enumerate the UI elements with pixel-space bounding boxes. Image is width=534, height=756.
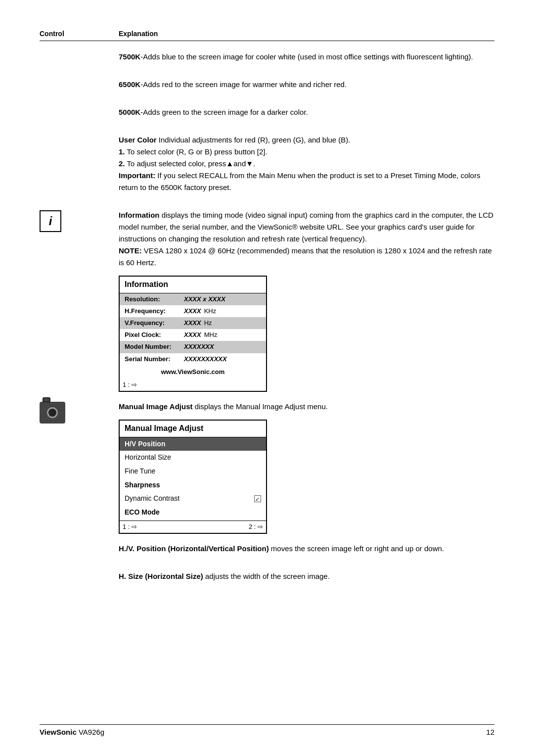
mia-label-sharpness: Sharpness xyxy=(125,481,160,489)
footer-page-number: 12 xyxy=(486,728,494,736)
text-5000k: 5000K-Adds green to the screen image for… xyxy=(119,106,494,118)
mia-intro-block: Manual Image Adjust displays the Manual … xyxy=(119,401,494,413)
info-row-serial: Serial Number: XXXXXXXXXX xyxy=(120,353,266,365)
footer-brand: ViewSonic xyxy=(40,728,77,736)
important-text: If you select RECALL from the Main Menu … xyxy=(119,171,480,191)
info-unit-pclock: MHz xyxy=(204,330,218,340)
info-row-resolution: Resolution: XXXX x XXXX xyxy=(120,293,266,305)
info-nav-text: 1 : ⇨ xyxy=(123,380,137,390)
step1-num: 1. xyxy=(119,147,125,156)
mia-item-ecomode[interactable]: ECO Mode xyxy=(120,506,266,520)
icon-col-information: i xyxy=(40,209,119,232)
row-hv-desc: H./V. Position (Horizontal/Vertical Posi… xyxy=(40,543,494,562)
footer-brand-model: ViewSonic VA926g xyxy=(40,728,104,736)
info-row-vfreq: V.Frequency: XXXX Hz xyxy=(120,317,266,329)
hsize-text: adjusts the width of the screen image. xyxy=(203,572,330,580)
icon-col-mia xyxy=(40,401,119,424)
info-label-hfreq: H.Frequency: xyxy=(125,306,184,316)
label-5000k: 5000K xyxy=(119,108,140,116)
icon-col-6500k xyxy=(40,79,119,80)
hv-text: moves the screen image left or right and… xyxy=(269,544,444,553)
table-header: Control Explanation xyxy=(40,30,494,41)
text-mia: Manual Image Adjust displays the Manual … xyxy=(119,401,494,534)
info-value-hfreq: XXXX xyxy=(184,306,201,316)
mia-nav-left: 1 : ⇨ xyxy=(123,522,137,532)
info-value-pclock: XXXX xyxy=(184,330,201,340)
mia-label-finetune: Fine Tune xyxy=(125,467,155,475)
info-website: www.ViewSonic.com xyxy=(120,365,266,379)
user-color-title: User Color xyxy=(119,136,157,144)
mia-label-hsize: Horizontal Size xyxy=(125,453,171,461)
text-hsize-desc: H. Size (Horizontal Size) adjusts the wi… xyxy=(119,570,494,582)
label-6500k: 6500K xyxy=(119,80,140,89)
mia-nav-right: 2 : ⇨ xyxy=(249,522,263,532)
hv-bold: H./V. Position (Horizontal/Vertical Posi… xyxy=(119,544,269,553)
mia-intro-bold: Manual Image Adjust xyxy=(119,402,192,411)
row-5000k: 5000K-Adds green to the screen image for… xyxy=(40,106,494,125)
information-box-title: Information xyxy=(120,277,266,293)
mia-item-dyncontrast[interactable]: Dynamic Contrast xyxy=(120,492,266,506)
text-user-color: User Color Individual adjustments for re… xyxy=(119,134,494,200)
info-value-serial: XXXXXXXXXX xyxy=(184,354,227,364)
info-row-hfreq: H.Frequency: XXXX KHz xyxy=(120,305,266,317)
mia-item-hsize[interactable]: Horizontal Size xyxy=(120,451,266,465)
info-row-model: Model Number: XXXXXXX xyxy=(120,341,266,353)
row-user-color: User Color Individual adjustments for re… xyxy=(40,134,494,200)
information-box: Information Resolution: XXXX x XXXX H.Fr… xyxy=(119,276,267,392)
note-text: VESA 1280 x 1024 @ 60Hz (recommended) me… xyxy=(119,246,492,267)
page-container: Control Explanation 7500K-Adds blue to t… xyxy=(0,0,534,756)
info-label-resolution: Resolution: xyxy=(125,294,184,304)
info-label-pclock: Pixel Clock: xyxy=(125,330,184,340)
dynamic-contrast-checkbox[interactable] xyxy=(254,495,261,502)
info-value-model: XXXXXXX xyxy=(184,342,214,352)
text-6500k: 6500K-Adds red to the screen image for w… xyxy=(119,79,494,91)
mia-nav: 1 : ⇨ 2 : ⇨ xyxy=(120,520,266,533)
mia-icon-bump xyxy=(43,397,50,402)
important-label: Important: xyxy=(119,171,155,180)
step2-text: To adjust selected color, press▲and▼. xyxy=(127,159,255,168)
icon-col-5000k xyxy=(40,106,119,107)
information-block: Information displays the timing mode (vi… xyxy=(119,209,494,269)
row-mia: Manual Image Adjust displays the Manual … xyxy=(40,401,494,534)
mia-item-finetune[interactable]: Fine Tune xyxy=(120,465,266,478)
information-text: displays the timing mode (video signal i… xyxy=(119,211,493,243)
icon-col-hsize-desc xyxy=(40,570,119,571)
text-7500k: 7500K-Adds blue to the screen image for … xyxy=(119,51,494,63)
icon-col-hv-desc xyxy=(40,543,119,544)
mia-item-sharpness[interactable]: Sharpness xyxy=(120,478,266,492)
row-hsize-desc: H. Size (Horizontal Size) adjusts the wi… xyxy=(40,570,494,589)
col-control: Control xyxy=(40,30,119,38)
information-icon: i xyxy=(40,210,61,232)
icon-col-7500k xyxy=(40,51,119,52)
row-7500k: 7500K-Adds blue to the screen image for … xyxy=(40,51,494,70)
mia-item-hvposition[interactable]: H/V Position xyxy=(120,437,266,451)
row-information: i Information displays the timing mode (… xyxy=(40,209,494,392)
info-label-vfreq: V.Frequency: xyxy=(125,318,184,328)
page-footer: ViewSonic VA926g 12 xyxy=(40,724,494,736)
icon-col-user-color xyxy=(40,134,119,135)
mia-label-dyncontrast: Dynamic Contrast xyxy=(125,493,179,504)
information-icon-letter: i xyxy=(49,214,52,228)
mia-intro-text: displays the Manual Image Adjust menu. xyxy=(192,402,328,411)
info-label-model: Model Number: xyxy=(125,342,184,352)
mia-label-hvposition: H/V Position xyxy=(125,440,165,448)
note-bold: NOTE: xyxy=(119,246,142,255)
info-nav: 1 : ⇨ xyxy=(120,379,266,391)
information-bold: Information xyxy=(119,211,160,219)
mia-box-title: Manual Image Adjust xyxy=(120,421,266,437)
mia-box: Manual Image Adjust H/V Position Horizon… xyxy=(119,420,267,534)
info-unit-vfreq: Hz xyxy=(204,318,212,328)
row-6500k: 6500K-Adds red to the screen image for w… xyxy=(40,79,494,97)
step2-num: 2. xyxy=(119,159,125,168)
step1-text: To select color (R, G or B) press button… xyxy=(127,147,267,156)
col-explanation: Explanation xyxy=(119,30,158,38)
footer-model: VA926g xyxy=(79,728,104,736)
info-unit-hfreq: KHz xyxy=(204,306,217,316)
user-color-desc: Individual adjustments for red (R), gree… xyxy=(159,136,351,144)
label-7500k: 7500K xyxy=(119,52,140,61)
user-color-block: User Color Individual adjustments for re… xyxy=(119,134,494,193)
info-value-vfreq: XXXX xyxy=(184,318,201,328)
text-hv-desc: H./V. Position (Horizontal/Vertical Posi… xyxy=(119,543,494,555)
text-information: Information displays the timing mode (vi… xyxy=(119,209,494,392)
mia-icon-lens xyxy=(47,407,58,418)
